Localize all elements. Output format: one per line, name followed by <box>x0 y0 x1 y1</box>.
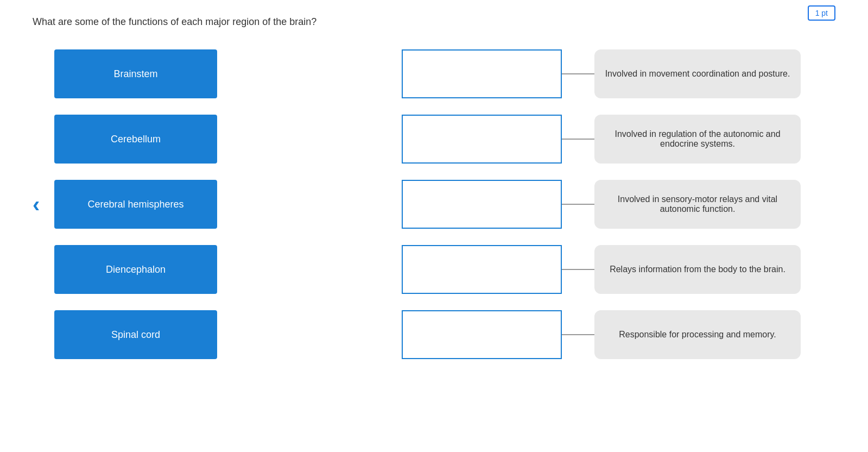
drop-box-cerebellum[interactable] <box>402 115 562 164</box>
label-cerebellum: Cerebellum <box>54 115 217 164</box>
description-cerebral-hemispheres: Involved in sensory-motor relays and vit… <box>594 180 801 229</box>
page-container: 1 pt What are some of the functions of e… <box>0 0 868 370</box>
connector-4 <box>562 269 594 270</box>
label-cerebral-hemispheres: Cerebral hemispheres <box>54 180 217 229</box>
connector-1 <box>562 73 594 74</box>
drop-box-spinal-cord[interactable] <box>402 310 562 359</box>
connector-5 <box>562 334 594 335</box>
nav-arrow-left[interactable]: ‹ <box>33 192 40 217</box>
drop-box-brainstem[interactable] <box>402 49 562 98</box>
description-cerebellum: Involved in regulation of the autonomic … <box>594 115 801 164</box>
matching-row: Brainstem Involved in movement coordinat… <box>54 49 835 98</box>
label-diencephalon: Diencephalon <box>54 245 217 294</box>
connector-3 <box>562 204 594 205</box>
matching-row: Spinal cord Responsible for processing a… <box>54 310 835 359</box>
drop-box-diencephalon[interactable] <box>402 245 562 294</box>
description-brainstem: Involved in movement coordination and po… <box>594 49 801 98</box>
matching-layout: Brainstem Involved in movement coordinat… <box>33 49 835 359</box>
label-brainstem: Brainstem <box>54 49 217 98</box>
drop-box-cerebral-hemispheres[interactable] <box>402 180 562 229</box>
question-text: What are some of the functions of each m… <box>33 16 835 28</box>
description-spinal-cord: Responsible for processing and memory. <box>594 310 801 359</box>
matching-row: Cerebral hemispheres Involved in sensory… <box>54 180 835 229</box>
connector-2 <box>562 139 594 140</box>
matching-row: Cerebellum Involved in regulation of the… <box>54 115 835 164</box>
label-spinal-cord: Spinal cord <box>54 310 217 359</box>
points-badge: 1 pt <box>808 5 835 21</box>
description-diencephalon: Relays information from the body to the … <box>594 245 801 294</box>
matching-row: Diencephalon Relays information from the… <box>54 245 835 294</box>
